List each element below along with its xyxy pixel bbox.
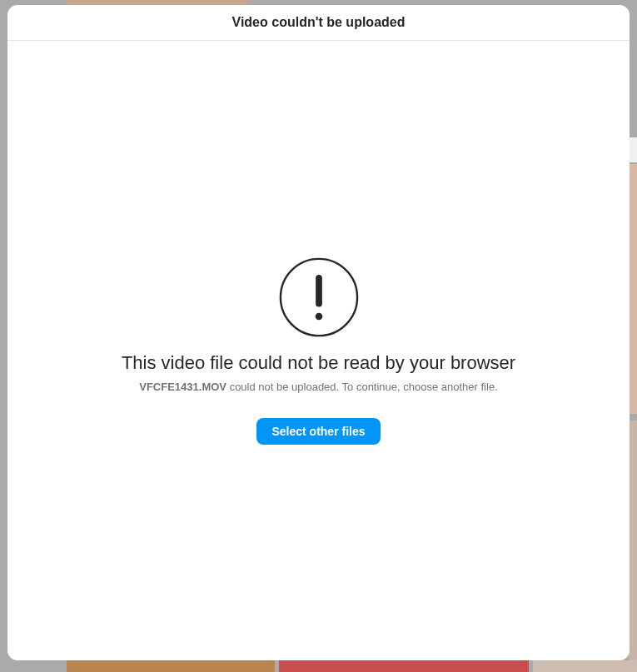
background-thumbnail xyxy=(629,137,637,162)
modal-body: This video file could not be read by you… xyxy=(7,41,630,660)
background-thumbnail xyxy=(533,660,637,672)
modal-title: Video couldn't be uploaded xyxy=(232,15,406,30)
error-filename: VFCFE1431.MOV xyxy=(139,381,226,393)
modal-header: Video couldn't be uploaded xyxy=(7,5,630,41)
background-thumbnail xyxy=(279,660,529,672)
select-other-files-button[interactable]: Select other files xyxy=(256,418,380,445)
svg-point-2 xyxy=(315,312,322,320)
background-thumbnail xyxy=(629,164,637,414)
error-suffix: could not be uploaded. To continue, choo… xyxy=(226,381,498,393)
error-headline: This video file could not be read by you… xyxy=(122,352,515,374)
svg-rect-1 xyxy=(316,275,322,306)
upload-error-modal: Video couldn't be uploaded This video fi… xyxy=(7,5,630,660)
background-thumbnail xyxy=(67,660,275,672)
background-thumbnail xyxy=(629,421,637,662)
error-subtext: VFCFE1431.MOV could not be uploaded. To … xyxy=(139,381,498,393)
exclamation-circle-icon xyxy=(279,257,359,337)
